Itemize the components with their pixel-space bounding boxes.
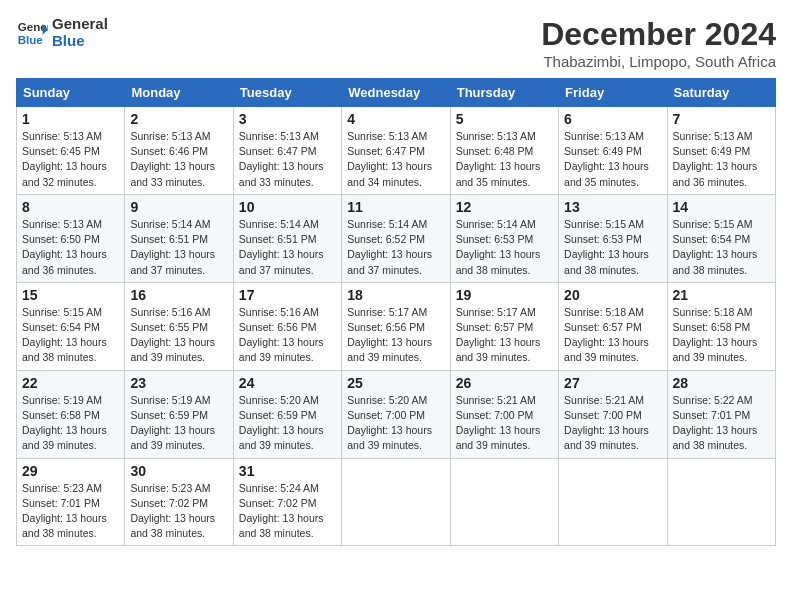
day-info: Sunrise: 5:19 AMSunset: 6:58 PMDaylight:… (22, 393, 119, 454)
calendar-day-cell: 22Sunrise: 5:19 AMSunset: 6:58 PMDayligh… (17, 370, 125, 458)
day-info: Sunrise: 5:23 AMSunset: 7:02 PMDaylight:… (130, 481, 227, 542)
day-info: Sunrise: 5:20 AMSunset: 6:59 PMDaylight:… (239, 393, 336, 454)
calendar-day-cell: 13Sunrise: 5:15 AMSunset: 6:53 PMDayligh… (559, 194, 667, 282)
day-number: 19 (456, 287, 553, 303)
calendar-day-cell (450, 458, 558, 546)
calendar-day-cell: 17Sunrise: 5:16 AMSunset: 6:56 PMDayligh… (233, 282, 341, 370)
day-info: Sunrise: 5:14 AMSunset: 6:51 PMDaylight:… (130, 217, 227, 278)
calendar-day-cell: 27Sunrise: 5:21 AMSunset: 7:00 PMDayligh… (559, 370, 667, 458)
calendar-day-cell (559, 458, 667, 546)
calendar-day-cell: 29Sunrise: 5:23 AMSunset: 7:01 PMDayligh… (17, 458, 125, 546)
weekday-header-cell: Tuesday (233, 79, 341, 107)
day-number: 3 (239, 111, 336, 127)
logo-text-general: General (52, 16, 108, 33)
logo-text-blue: Blue (52, 33, 108, 50)
calendar-day-cell: 8Sunrise: 5:13 AMSunset: 6:50 PMDaylight… (17, 194, 125, 282)
day-number: 20 (564, 287, 661, 303)
day-info: Sunrise: 5:14 AMSunset: 6:52 PMDaylight:… (347, 217, 444, 278)
logo: General Blue General Blue (16, 16, 108, 49)
calendar-day-cell: 2Sunrise: 5:13 AMSunset: 6:46 PMDaylight… (125, 107, 233, 195)
day-number: 15 (22, 287, 119, 303)
calendar-day-cell: 31Sunrise: 5:24 AMSunset: 7:02 PMDayligh… (233, 458, 341, 546)
month-title: December 2024 (541, 16, 776, 53)
day-info: Sunrise: 5:20 AMSunset: 7:00 PMDaylight:… (347, 393, 444, 454)
calendar-day-cell: 16Sunrise: 5:16 AMSunset: 6:55 PMDayligh… (125, 282, 233, 370)
day-info: Sunrise: 5:21 AMSunset: 7:00 PMDaylight:… (456, 393, 553, 454)
day-info: Sunrise: 5:13 AMSunset: 6:46 PMDaylight:… (130, 129, 227, 190)
calendar-day-cell: 21Sunrise: 5:18 AMSunset: 6:58 PMDayligh… (667, 282, 775, 370)
weekday-header-row: SundayMondayTuesdayWednesdayThursdayFrid… (17, 79, 776, 107)
title-block: December 2024 Thabazimbi, Limpopo, South… (541, 16, 776, 70)
day-info: Sunrise: 5:13 AMSunset: 6:45 PMDaylight:… (22, 129, 119, 190)
day-number: 17 (239, 287, 336, 303)
day-number: 22 (22, 375, 119, 391)
day-number: 27 (564, 375, 661, 391)
weekday-header-cell: Monday (125, 79, 233, 107)
calendar-day-cell (342, 458, 450, 546)
calendar-day-cell: 3Sunrise: 5:13 AMSunset: 6:47 PMDaylight… (233, 107, 341, 195)
weekday-header-cell: Wednesday (342, 79, 450, 107)
calendar-day-cell: 5Sunrise: 5:13 AMSunset: 6:48 PMDaylight… (450, 107, 558, 195)
day-info: Sunrise: 5:23 AMSunset: 7:01 PMDaylight:… (22, 481, 119, 542)
day-info: Sunrise: 5:16 AMSunset: 6:55 PMDaylight:… (130, 305, 227, 366)
day-info: Sunrise: 5:15 AMSunset: 6:53 PMDaylight:… (564, 217, 661, 278)
day-info: Sunrise: 5:18 AMSunset: 6:58 PMDaylight:… (673, 305, 770, 366)
day-number: 1 (22, 111, 119, 127)
day-info: Sunrise: 5:13 AMSunset: 6:47 PMDaylight:… (239, 129, 336, 190)
calendar-week-row: 15Sunrise: 5:15 AMSunset: 6:54 PMDayligh… (17, 282, 776, 370)
day-number: 25 (347, 375, 444, 391)
day-info: Sunrise: 5:19 AMSunset: 6:59 PMDaylight:… (130, 393, 227, 454)
day-number: 21 (673, 287, 770, 303)
day-info: Sunrise: 5:18 AMSunset: 6:57 PMDaylight:… (564, 305, 661, 366)
calendar-day-cell: 11Sunrise: 5:14 AMSunset: 6:52 PMDayligh… (342, 194, 450, 282)
calendar-day-cell: 12Sunrise: 5:14 AMSunset: 6:53 PMDayligh… (450, 194, 558, 282)
calendar-day-cell: 28Sunrise: 5:22 AMSunset: 7:01 PMDayligh… (667, 370, 775, 458)
day-info: Sunrise: 5:24 AMSunset: 7:02 PMDaylight:… (239, 481, 336, 542)
day-info: Sunrise: 5:21 AMSunset: 7:00 PMDaylight:… (564, 393, 661, 454)
calendar-week-row: 29Sunrise: 5:23 AMSunset: 7:01 PMDayligh… (17, 458, 776, 546)
calendar-body: 1Sunrise: 5:13 AMSunset: 6:45 PMDaylight… (17, 107, 776, 546)
day-number: 4 (347, 111, 444, 127)
day-number: 2 (130, 111, 227, 127)
calendar-day-cell: 30Sunrise: 5:23 AMSunset: 7:02 PMDayligh… (125, 458, 233, 546)
calendar-day-cell: 4Sunrise: 5:13 AMSunset: 6:47 PMDaylight… (342, 107, 450, 195)
day-info: Sunrise: 5:15 AMSunset: 6:54 PMDaylight:… (22, 305, 119, 366)
day-info: Sunrise: 5:14 AMSunset: 6:53 PMDaylight:… (456, 217, 553, 278)
calendar-day-cell: 1Sunrise: 5:13 AMSunset: 6:45 PMDaylight… (17, 107, 125, 195)
day-number: 6 (564, 111, 661, 127)
logo-icon: General Blue (16, 17, 48, 49)
calendar-day-cell: 18Sunrise: 5:17 AMSunset: 6:56 PMDayligh… (342, 282, 450, 370)
calendar-day-cell: 15Sunrise: 5:15 AMSunset: 6:54 PMDayligh… (17, 282, 125, 370)
calendar-day-cell: 26Sunrise: 5:21 AMSunset: 7:00 PMDayligh… (450, 370, 558, 458)
calendar-day-cell: 20Sunrise: 5:18 AMSunset: 6:57 PMDayligh… (559, 282, 667, 370)
weekday-header-cell: Saturday (667, 79, 775, 107)
calendar-day-cell: 14Sunrise: 5:15 AMSunset: 6:54 PMDayligh… (667, 194, 775, 282)
location-title: Thabazimbi, Limpopo, South Africa (541, 53, 776, 70)
day-number: 13 (564, 199, 661, 215)
day-number: 7 (673, 111, 770, 127)
day-number: 10 (239, 199, 336, 215)
day-info: Sunrise: 5:22 AMSunset: 7:01 PMDaylight:… (673, 393, 770, 454)
page-header: General Blue General Blue December 2024 … (16, 16, 776, 70)
day-info: Sunrise: 5:16 AMSunset: 6:56 PMDaylight:… (239, 305, 336, 366)
day-number: 18 (347, 287, 444, 303)
calendar-day-cell: 10Sunrise: 5:14 AMSunset: 6:51 PMDayligh… (233, 194, 341, 282)
calendar-day-cell: 23Sunrise: 5:19 AMSunset: 6:59 PMDayligh… (125, 370, 233, 458)
day-number: 24 (239, 375, 336, 391)
calendar-day-cell: 6Sunrise: 5:13 AMSunset: 6:49 PMDaylight… (559, 107, 667, 195)
day-number: 14 (673, 199, 770, 215)
weekday-header-cell: Sunday (17, 79, 125, 107)
day-number: 16 (130, 287, 227, 303)
calendar-day-cell (667, 458, 775, 546)
day-info: Sunrise: 5:13 AMSunset: 6:48 PMDaylight:… (456, 129, 553, 190)
day-number: 29 (22, 463, 119, 479)
calendar-day-cell: 7Sunrise: 5:13 AMSunset: 6:49 PMDaylight… (667, 107, 775, 195)
day-info: Sunrise: 5:13 AMSunset: 6:47 PMDaylight:… (347, 129, 444, 190)
day-number: 5 (456, 111, 553, 127)
day-number: 12 (456, 199, 553, 215)
weekday-header-cell: Thursday (450, 79, 558, 107)
calendar-week-row: 22Sunrise: 5:19 AMSunset: 6:58 PMDayligh… (17, 370, 776, 458)
day-number: 11 (347, 199, 444, 215)
calendar-day-cell: 9Sunrise: 5:14 AMSunset: 6:51 PMDaylight… (125, 194, 233, 282)
day-number: 31 (239, 463, 336, 479)
